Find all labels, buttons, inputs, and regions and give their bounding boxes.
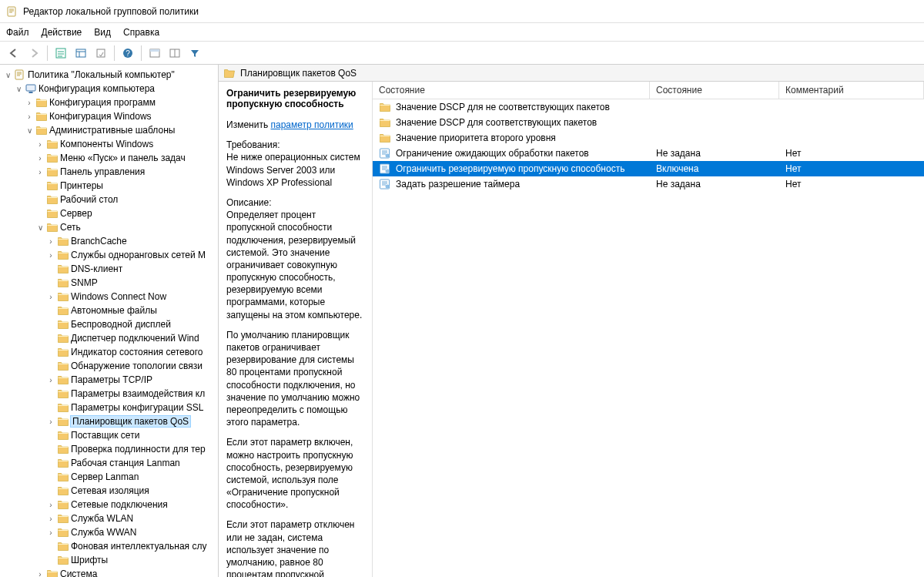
tree-bits[interactable]: Фоновая интеллектуальная слу bbox=[71, 541, 206, 552]
col-status[interactable]: Состояние bbox=[650, 82, 779, 99]
tree-admin-tmpl[interactable]: Административные шаблоны bbox=[49, 125, 175, 136]
expander-icon[interactable]: › bbox=[35, 140, 45, 149]
list-row[interactable]: Значение приоритета второго уровня bbox=[373, 130, 924, 146]
row-state: Не задана bbox=[650, 179, 779, 190]
folder-icon bbox=[57, 540, 69, 552]
edit-policy-link[interactable]: параметр политики bbox=[270, 119, 353, 130]
tree-wind-conn[interactable]: Диспетчер подключений Wind bbox=[71, 333, 199, 344]
tree-lanman[interactable]: Рабочая станция Lanman bbox=[71, 458, 180, 468]
tool-checklist-button[interactable] bbox=[52, 44, 70, 62]
expander-icon[interactable]: › bbox=[46, 501, 55, 509]
tree-ssl[interactable]: Параметры конфигурации SSL bbox=[71, 402, 203, 413]
tree-start-menu[interactable]: Меню «Пуск» и панель задач bbox=[60, 153, 186, 163]
expander-icon[interactable]: ∨ bbox=[3, 71, 12, 79]
tree-computer-config[interactable]: Конфигурация компьютера bbox=[38, 83, 155, 94]
tree-net-ind[interactable]: Индикатор состояния сетевого bbox=[71, 347, 203, 357]
setting-icon bbox=[379, 147, 391, 159]
tree-qos[interactable]: Планировщик пакетов QoS bbox=[71, 416, 190, 427]
tree-network[interactable]: Сеть bbox=[60, 222, 81, 233]
expander-icon[interactable]: › bbox=[46, 376, 55, 384]
filter-button[interactable] bbox=[186, 44, 204, 62]
expander-icon[interactable]: › bbox=[46, 418, 55, 426]
tree-netprov[interactable]: Поставщик сети bbox=[71, 430, 139, 441]
menu-view[interactable]: Вид bbox=[94, 27, 111, 38]
tree-authver[interactable]: Проверка подлинности для тер bbox=[71, 444, 206, 455]
list-pane[interactable]: Состояние Состояние Комментарий Значение… bbox=[373, 82, 924, 577]
tool-view-button[interactable] bbox=[146, 44, 164, 62]
list-row[interactable]: Ограничить резервируемую пропускную спос… bbox=[373, 161, 924, 176]
expander-icon[interactable]: ∨ bbox=[35, 223, 45, 232]
tree-offline[interactable]: Автономные файлы bbox=[71, 305, 157, 316]
tree-peer[interactable]: Службы одноранговых сетей M bbox=[71, 250, 206, 260]
expander-icon[interactable]: › bbox=[35, 154, 45, 163]
folder-icon bbox=[57, 429, 69, 441]
folder-icon bbox=[57, 554, 69, 566]
menubar: Файл Действие Вид Справка bbox=[0, 23, 924, 42]
tree-netconn[interactable]: Сетевые подключения bbox=[71, 499, 168, 510]
tool-details-button[interactable] bbox=[72, 44, 90, 62]
menu-action[interactable]: Действие bbox=[42, 27, 82, 38]
tree-dns[interactable]: DNS-клиент bbox=[71, 263, 122, 274]
folder-icon bbox=[57, 290, 69, 303]
expander-icon[interactable]: › bbox=[46, 251, 55, 260]
folder-icon bbox=[57, 457, 69, 469]
menu-help[interactable]: Справка bbox=[123, 27, 159, 38]
expander-icon[interactable]: › bbox=[25, 99, 34, 107]
folder-icon bbox=[57, 401, 69, 414]
expander-icon[interactable]: › bbox=[46, 237, 55, 246]
tree-comp-win[interactable]: Компоненты Windows bbox=[60, 139, 153, 149]
tree-interop[interactable]: Параметры взаимодействия кл bbox=[71, 388, 205, 399]
right-pane-title: Планировщик пакетов QoS bbox=[240, 68, 357, 79]
tree-system[interactable]: Система bbox=[60, 569, 97, 577]
req-body: Не ниже операционных систем Windows Serv… bbox=[226, 152, 360, 187]
col-state[interactable]: Состояние bbox=[373, 82, 650, 99]
list-row[interactable]: Ограничение ожидающих обработки пакетовН… bbox=[373, 146, 924, 161]
desc4: Если этот параметр отключен или не задан… bbox=[226, 518, 364, 577]
setting-icon bbox=[379, 178, 391, 190]
list-row[interactable]: Задать разрешение таймераНе заданаНет bbox=[373, 176, 924, 192]
tree-fonts[interactable]: Шрифты bbox=[71, 555, 108, 565]
tree-wwan[interactable]: Служба WWAN bbox=[71, 527, 136, 538]
forward-button[interactable] bbox=[25, 44, 43, 62]
tree-wcn[interactable]: Windows Connect Now bbox=[71, 291, 166, 302]
tree-root[interactable]: Политика "Локальный компьютер" bbox=[28, 69, 175, 80]
tree-ctrl-panel[interactable]: Панель управления bbox=[60, 166, 145, 177]
expander-icon[interactable]: › bbox=[46, 293, 55, 301]
tree-printers[interactable]: Принтеры bbox=[60, 180, 103, 191]
expander-icon[interactable]: ∨ bbox=[14, 85, 23, 93]
list-row[interactable]: Значение DSCP для соответствующих пакето… bbox=[373, 115, 924, 130]
tree-branch[interactable]: BranchCache bbox=[71, 236, 127, 247]
expander-icon[interactable]: › bbox=[46, 528, 55, 537]
row-name: Ограничить резервируемую пропускную спос… bbox=[396, 163, 624, 174]
tree-win-conf[interactable]: Конфигурация Windows bbox=[49, 111, 152, 122]
col-comment[interactable]: Комментарий bbox=[779, 82, 924, 99]
tree-wireless[interactable]: Беспроводной дисплей bbox=[71, 319, 171, 330]
tool-refresh-button[interactable] bbox=[166, 44, 184, 62]
tree-topo[interactable]: Обнаружение топологии связи bbox=[71, 361, 203, 371]
policy-title: Ограничить резервируемую пропускную спос… bbox=[226, 88, 364, 109]
row-name: Задать разрешение таймера bbox=[396, 179, 520, 190]
back-button[interactable] bbox=[5, 44, 23, 62]
tree-lanman-srv[interactable]: Сервер Lanman bbox=[71, 471, 139, 482]
expander-icon[interactable]: › bbox=[46, 515, 55, 523]
tree-pane[interactable]: ∨Политика "Локальный компьютер" ∨Конфигу… bbox=[0, 65, 219, 577]
tree-prog-conf[interactable]: Конфигурация программ bbox=[49, 97, 156, 108]
folder-icon bbox=[57, 471, 69, 483]
svg-text:?: ? bbox=[126, 49, 130, 58]
help-button[interactable]: ? bbox=[119, 44, 137, 62]
expander-icon[interactable]: › bbox=[35, 570, 45, 578]
tool-export-button[interactable] bbox=[92, 44, 110, 62]
gpedit-icon bbox=[14, 69, 26, 81]
list-row[interactable]: Значение DSCP для не соответствующих пак… bbox=[373, 99, 924, 115]
tree-tcpip[interactable]: Параметры TCP/IP bbox=[71, 374, 152, 385]
pc-icon bbox=[25, 82, 37, 95]
tree-wlan[interactable]: Служба WLAN bbox=[71, 513, 133, 524]
tree-server[interactable]: Сервер bbox=[60, 208, 92, 219]
tree-netiso[interactable]: Сетевая изоляция bbox=[71, 485, 149, 496]
menu-file[interactable]: Файл bbox=[6, 27, 29, 38]
tree-desktop[interactable]: Рабочий стол bbox=[60, 194, 118, 205]
expander-icon[interactable]: › bbox=[25, 112, 34, 121]
tree-snmp[interactable]: SNMP bbox=[71, 277, 98, 288]
expander-icon[interactable]: ∨ bbox=[25, 126, 34, 135]
expander-icon[interactable]: › bbox=[35, 168, 45, 176]
